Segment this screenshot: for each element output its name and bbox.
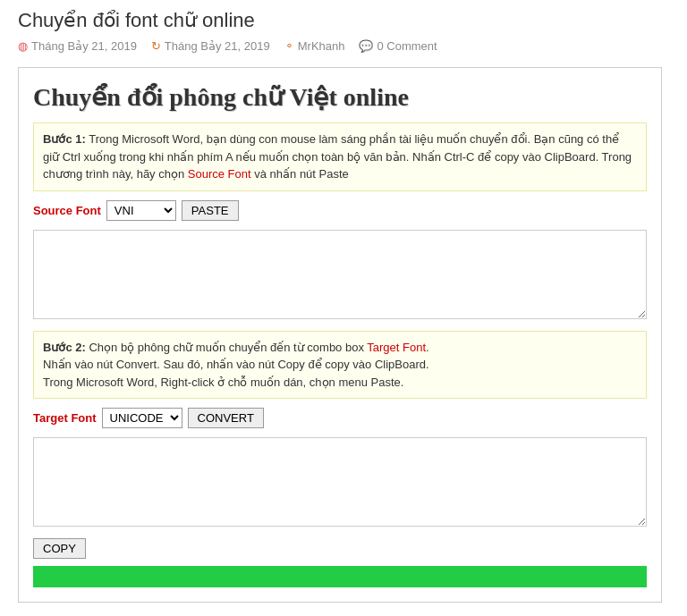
comment-count: 0 Comment [377,39,437,53]
user-icon: ⚬ [284,39,294,53]
comment-icon: 💬 [359,39,373,53]
step2-text-pre: Chọn bộ phông chữ muốn chuyển đến từ com… [89,341,367,354]
step1-end: và nhấn nút Paste [251,167,349,181]
published-date: Tháng Bảy 21, 2019 [31,39,137,53]
target-textarea-wrapper [33,437,647,529]
page-wrapper: Chuyển đổi font chữ online ◍ Tháng Bảy 2… [0,0,687,612]
clock-icon: ◍ [18,39,28,53]
target-textarea[interactable] [33,437,647,527]
meta-date-updated: ↻ Tháng Bảy 21, 2019 [151,39,270,53]
step2-period: . [426,341,429,354]
convert-button[interactable]: CONVERT [188,408,264,428]
target-font-select[interactable]: UNICODE VNI VIQR VISCII TCVN3 [102,408,182,428]
source-font-select[interactable]: VNI VIQR VISCII TCVN3 Unicode [106,200,176,221]
source-font-row: Source Font VNI VIQR VISCII TCVN3 Unicod… [33,200,647,221]
source-textarea-wrapper [33,230,647,322]
updated-date: Tháng Bảy 21, 2019 [165,39,270,53]
source-font-label: Source Font [33,204,101,217]
source-textarea[interactable] [33,230,647,319]
target-font-label: Target Font [33,411,97,425]
refresh-icon: ↻ [151,39,161,53]
green-status-bar [33,566,647,587]
tool-container: Chuyển đổi phông chữ Việt online Bước 1:… [18,67,662,603]
step1-bold-label: Bước 1: [43,132,86,146]
author-name: MrKhanh [298,39,345,53]
step1-instruction-box: Bước 1: Trong Microsoft Word, bạn dùng c… [33,122,647,191]
meta-bar: ◍ Tháng Bảy 21, 2019 ↻ Tháng Bảy 21, 201… [18,39,669,53]
source-font-highlight: Source Font [188,167,251,181]
tool-heading: Chuyển đổi phông chữ Việt online [33,82,647,112]
meta-author: ⚬ MrKhanh [284,39,345,53]
meta-date-published: ◍ Tháng Bảy 21, 2019 [18,39,137,53]
target-font-row: Target Font UNICODE VNI VIQR VISCII TCVN… [33,408,647,428]
page-title: Chuyển đổi font chữ online [18,9,669,32]
step2-bold-label: Bước 2: [43,341,86,354]
paste-button[interactable]: PASTE [182,200,239,221]
copy-row: COPY [33,538,647,559]
meta-comments: 💬 0 Comment [359,39,437,53]
step2-line1: Bước 2: Chọn bộ phông chữ muốn chuyển đế… [43,339,637,357]
copy-button[interactable]: COPY [33,538,86,559]
step2-line3: Trong Microsoft Word, Right-click ở chỗ … [43,374,637,392]
target-font-highlight: Target Font [367,341,426,354]
step2-instruction-box: Bước 2: Chọn bộ phông chữ muốn chuyển đế… [33,331,647,400]
step2-line2: Nhấn vào nút Convert. Sau đó, nhấn vào n… [43,356,637,374]
